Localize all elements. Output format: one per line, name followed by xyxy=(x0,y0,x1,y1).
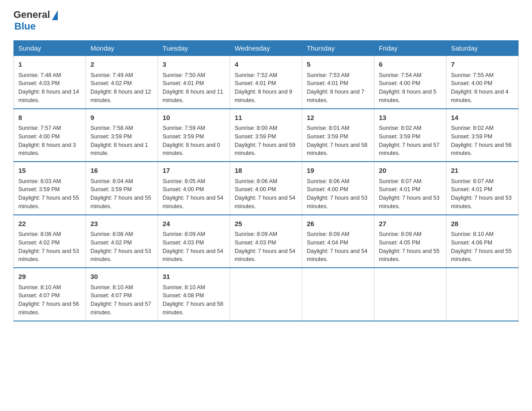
calendar-header-row: SundayMondayTuesdayWednesdayThursdayFrid… xyxy=(14,41,519,56)
day-number: 31 xyxy=(163,272,225,282)
day-info: Sunrise: 8:10 AMSunset: 4:08 PMDaylight:… xyxy=(163,283,225,317)
day-number: 26 xyxy=(307,219,369,229)
day-info: Sunrise: 8:04 AMSunset: 3:59 PMDaylight:… xyxy=(90,177,153,211)
calendar-day-cell: 3 Sunrise: 7:50 AMSunset: 4:01 PMDayligh… xyxy=(158,56,230,109)
day-number: 23 xyxy=(90,219,153,229)
day-number: 6 xyxy=(379,60,442,70)
calendar-day-cell: 9 Sunrise: 7:58 AMSunset: 3:59 PMDayligh… xyxy=(86,109,158,162)
day-info: Sunrise: 8:10 AMSunset: 4:07 PMDaylight:… xyxy=(18,283,81,317)
day-of-week-header: Thursday xyxy=(302,41,374,56)
day-info: Sunrise: 8:10 AMSunset: 4:06 PMDaylight:… xyxy=(451,230,514,264)
day-info: Sunrise: 8:02 AMSunset: 3:59 PMDaylight:… xyxy=(379,124,442,158)
day-number: 4 xyxy=(235,60,297,70)
day-number: 19 xyxy=(307,166,369,176)
calendar-day-cell: 27 Sunrise: 8:09 AMSunset: 4:05 PMDaylig… xyxy=(374,215,446,268)
calendar-table: SundayMondayTuesdayWednesdayThursdayFrid… xyxy=(13,40,519,321)
logo: General Blue xyxy=(13,9,58,32)
day-info: Sunrise: 7:58 AMSunset: 3:59 PMDaylight:… xyxy=(90,124,153,158)
calendar-day-cell: 18 Sunrise: 8:06 AMSunset: 4:00 PMDaylig… xyxy=(230,162,302,215)
day-number: 1 xyxy=(18,60,81,70)
day-number: 10 xyxy=(163,113,225,123)
calendar-day-cell: 5 Sunrise: 7:53 AMSunset: 4:01 PMDayligh… xyxy=(302,56,374,109)
day-info: Sunrise: 8:03 AMSunset: 3:59 PMDaylight:… xyxy=(18,177,81,211)
calendar-day-cell: 22 Sunrise: 8:08 AMSunset: 4:02 PMDaylig… xyxy=(14,215,86,268)
calendar-week-row: 15 Sunrise: 8:03 AMSunset: 3:59 PMDaylig… xyxy=(14,162,519,215)
calendar-day-cell: 17 Sunrise: 8:05 AMSunset: 4:00 PMDaylig… xyxy=(158,162,230,215)
day-info: Sunrise: 7:59 AMSunset: 3:59 PMDaylight:… xyxy=(163,124,225,158)
day-info: Sunrise: 8:08 AMSunset: 4:02 PMDaylight:… xyxy=(18,230,81,264)
calendar-week-row: 8 Sunrise: 7:57 AMSunset: 4:00 PMDayligh… xyxy=(14,109,519,162)
calendar-day-cell: 29 Sunrise: 8:10 AMSunset: 4:07 PMDaylig… xyxy=(14,268,86,321)
day-info: Sunrise: 8:09 AMSunset: 4:03 PMDaylight:… xyxy=(163,230,225,264)
day-info: Sunrise: 8:06 AMSunset: 4:00 PMDaylight:… xyxy=(307,177,369,211)
calendar-day-cell: 14 Sunrise: 8:02 AMSunset: 3:59 PMDaylig… xyxy=(446,109,519,162)
calendar-day-cell: 15 Sunrise: 8:03 AMSunset: 3:59 PMDaylig… xyxy=(14,162,86,215)
day-number: 5 xyxy=(307,60,369,70)
day-number: 24 xyxy=(163,219,225,229)
day-number: 15 xyxy=(18,166,81,176)
calendar-day-cell: 31 Sunrise: 8:10 AMSunset: 4:08 PMDaylig… xyxy=(158,268,230,321)
day-number: 12 xyxy=(307,113,369,123)
day-info: Sunrise: 8:08 AMSunset: 4:02 PMDaylight:… xyxy=(90,230,153,264)
day-info: Sunrise: 8:00 AMSunset: 3:59 PMDaylight:… xyxy=(235,124,297,158)
calendar-day-cell: 19 Sunrise: 8:06 AMSunset: 4:00 PMDaylig… xyxy=(302,162,374,215)
day-info: Sunrise: 8:07 AMSunset: 4:01 PMDaylight:… xyxy=(451,177,514,211)
calendar-day-cell: 30 Sunrise: 8:10 AMSunset: 4:07 PMDaylig… xyxy=(86,268,158,321)
day-of-week-header: Friday xyxy=(374,41,446,56)
day-info: Sunrise: 8:01 AMSunset: 3:59 PMDaylight:… xyxy=(307,124,369,158)
day-info: Sunrise: 8:09 AMSunset: 4:04 PMDaylight:… xyxy=(307,230,369,264)
calendar-week-row: 22 Sunrise: 8:08 AMSunset: 4:02 PMDaylig… xyxy=(14,215,519,268)
day-of-week-header: Saturday xyxy=(446,41,519,56)
day-number: 20 xyxy=(379,166,442,176)
calendar-day-cell: 20 Sunrise: 8:07 AMSunset: 4:01 PMDaylig… xyxy=(374,162,446,215)
day-info: Sunrise: 8:05 AMSunset: 4:00 PMDaylight:… xyxy=(163,177,225,211)
day-number: 11 xyxy=(235,113,297,123)
logo-blue-text: Blue xyxy=(14,21,36,32)
day-number: 8 xyxy=(18,113,81,123)
calendar-day-cell xyxy=(374,268,446,321)
calendar-week-row: 29 Sunrise: 8:10 AMSunset: 4:07 PMDaylig… xyxy=(14,268,519,321)
day-number: 22 xyxy=(18,219,81,229)
day-info: Sunrise: 7:54 AMSunset: 4:00 PMDaylight:… xyxy=(379,71,442,105)
day-number: 9 xyxy=(90,113,153,123)
day-number: 27 xyxy=(379,219,442,229)
day-number: 2 xyxy=(90,60,153,70)
calendar-day-cell: 6 Sunrise: 7:54 AMSunset: 4:00 PMDayligh… xyxy=(374,56,446,109)
calendar-day-cell: 21 Sunrise: 8:07 AMSunset: 4:01 PMDaylig… xyxy=(446,162,519,215)
day-info: Sunrise: 7:48 AMSunset: 4:03 PMDaylight:… xyxy=(18,71,81,105)
day-number: 16 xyxy=(90,166,153,176)
calendar-day-cell: 16 Sunrise: 8:04 AMSunset: 3:59 PMDaylig… xyxy=(86,162,158,215)
page-header: General Blue xyxy=(13,9,519,32)
day-number: 28 xyxy=(451,219,514,229)
day-info: Sunrise: 7:52 AMSunset: 4:01 PMDaylight:… xyxy=(235,71,297,105)
calendar-day-cell: 13 Sunrise: 8:02 AMSunset: 3:59 PMDaylig… xyxy=(374,109,446,162)
calendar-day-cell: 2 Sunrise: 7:49 AMSunset: 4:02 PMDayligh… xyxy=(86,56,158,109)
day-info: Sunrise: 8:09 AMSunset: 4:03 PMDaylight:… xyxy=(235,230,297,264)
calendar-week-row: 1 Sunrise: 7:48 AMSunset: 4:03 PMDayligh… xyxy=(14,56,519,109)
day-number: 7 xyxy=(451,60,514,70)
day-info: Sunrise: 7:50 AMSunset: 4:01 PMDaylight:… xyxy=(163,71,225,105)
calendar-day-cell xyxy=(446,268,519,321)
calendar-day-cell: 28 Sunrise: 8:10 AMSunset: 4:06 PMDaylig… xyxy=(446,215,519,268)
calendar-day-cell: 23 Sunrise: 8:08 AMSunset: 4:02 PMDaylig… xyxy=(86,215,158,268)
calendar-day-cell: 1 Sunrise: 7:48 AMSunset: 4:03 PMDayligh… xyxy=(14,56,86,109)
calendar-day-cell xyxy=(230,268,302,321)
day-info: Sunrise: 8:10 AMSunset: 4:07 PMDaylight:… xyxy=(90,283,153,317)
day-number: 14 xyxy=(451,113,514,123)
day-of-week-header: Sunday xyxy=(14,41,86,56)
logo-general-text: General xyxy=(13,9,50,21)
day-number: 18 xyxy=(235,166,297,176)
day-info: Sunrise: 8:02 AMSunset: 3:59 PMDaylight:… xyxy=(451,124,514,158)
day-number: 13 xyxy=(379,113,442,123)
calendar-day-cell xyxy=(302,268,374,321)
calendar-day-cell: 24 Sunrise: 8:09 AMSunset: 4:03 PMDaylig… xyxy=(158,215,230,268)
day-number: 30 xyxy=(90,272,153,282)
day-info: Sunrise: 8:09 AMSunset: 4:05 PMDaylight:… xyxy=(379,230,442,264)
day-number: 17 xyxy=(163,166,225,176)
calendar-day-cell: 7 Sunrise: 7:55 AMSunset: 4:00 PMDayligh… xyxy=(446,56,519,109)
logo-arrow-icon xyxy=(52,10,58,20)
calendar-day-cell: 11 Sunrise: 8:00 AMSunset: 3:59 PMDaylig… xyxy=(230,109,302,162)
day-of-week-header: Tuesday xyxy=(158,41,230,56)
calendar-day-cell: 12 Sunrise: 8:01 AMSunset: 3:59 PMDaylig… xyxy=(302,109,374,162)
day-of-week-header: Wednesday xyxy=(230,41,302,56)
